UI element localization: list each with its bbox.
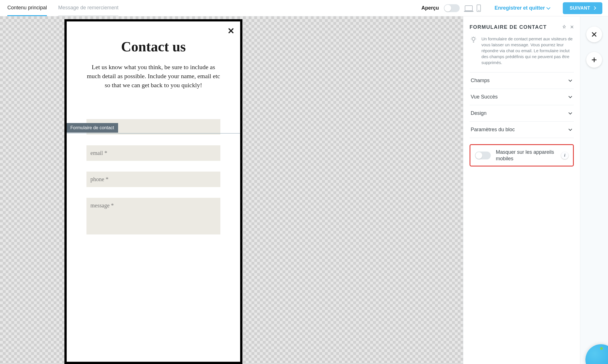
chevron-down-icon — [568, 127, 572, 131]
lightbulb-icon — [470, 36, 477, 65]
help-chat-bubble[interactable] — [585, 344, 608, 364]
section-fields-label: Champs — [471, 78, 490, 84]
selected-block-tag[interactable]: Formulaire de contact — [66, 123, 118, 133]
canvas-area: ✕ Contact us Let us know what you think,… — [0, 16, 463, 364]
form-divider — [67, 133, 240, 133]
phone-field[interactable] — [86, 172, 220, 187]
popup-preview-frame: ✕ Contact us Let us know what you think,… — [64, 19, 242, 364]
preview-toggle[interactable] — [444, 4, 460, 12]
section-success-view[interactable]: Vue Succès — [470, 89, 574, 105]
chevron-down-icon — [568, 95, 572, 98]
chevron-down-icon — [546, 5, 550, 9]
add-block-button[interactable] — [586, 52, 602, 68]
svg-point-0 — [472, 37, 475, 40]
panel-header: Formulaire de contact — [470, 24, 574, 30]
desktop-icon[interactable] — [465, 5, 473, 11]
preview-controls: Aperçu Enregistrer et quitter SUIVANT — [421, 2, 602, 14]
section-block-settings[interactable]: Paramètres du bloc — [470, 122, 574, 138]
contact-description[interactable]: Let us know what you think, be sure to i… — [86, 63, 221, 90]
pin-icon[interactable] — [562, 25, 566, 30]
hide-on-mobile-row: Masquer sur les appareils mobiles i — [470, 144, 574, 166]
editor-tabs: Contenu principal Message de remerciemen… — [6, 0, 118, 16]
panel-tip-text: Un formulaire de contact permet aux visi… — [481, 36, 574, 65]
panel-title: Formulaire de contact — [470, 24, 547, 30]
mobile-icon[interactable] — [477, 5, 481, 12]
section-design[interactable]: Design — [470, 105, 574, 121]
save-and-exit[interactable]: Enregistrer et quitter — [494, 5, 550, 11]
preview-label: Aperçu — [421, 5, 439, 11]
next-button-label: SUIVANT — [570, 6, 590, 11]
section-block-label: Paramètres du bloc — [471, 127, 515, 133]
settings-panel: Formulaire de contact Un formulaire de c… — [463, 16, 580, 364]
section-design-label: Design — [471, 110, 487, 116]
close-panel-icon[interactable] — [570, 25, 574, 30]
hide-on-mobile-toggle[interactable] — [475, 152, 491, 159]
hide-on-mobile-label: Masquer sur les appareils mobiles — [496, 149, 556, 162]
top-bar: Contenu principal Message de remerciemen… — [0, 0, 608, 16]
chevron-right-icon — [592, 6, 596, 10]
chevron-down-icon — [568, 78, 572, 82]
contact-heading[interactable]: Contact us — [78, 38, 229, 55]
panel-tip: Un formulaire de contact permet aux visi… — [470, 30, 574, 73]
tab-main-content[interactable]: Contenu principal — [7, 0, 47, 16]
close-icon[interactable]: ✕ — [227, 26, 234, 36]
tab-thanks-message[interactable]: Message de remerciement — [58, 0, 118, 16]
close-editor-button[interactable] — [586, 27, 602, 42]
device-icons — [465, 5, 481, 12]
chevron-down-icon — [568, 111, 572, 115]
email-field[interactable] — [86, 145, 220, 161]
section-fields[interactable]: Champs — [470, 73, 574, 89]
right-rail — [580, 16, 608, 364]
save-and-exit-label: Enregistrer et quitter — [494, 5, 545, 11]
next-button[interactable]: SUIVANT — [563, 2, 602, 14]
message-field[interactable] — [86, 198, 220, 234]
info-icon[interactable]: i — [561, 152, 568, 159]
section-success-label: Vue Succès — [471, 94, 498, 100]
